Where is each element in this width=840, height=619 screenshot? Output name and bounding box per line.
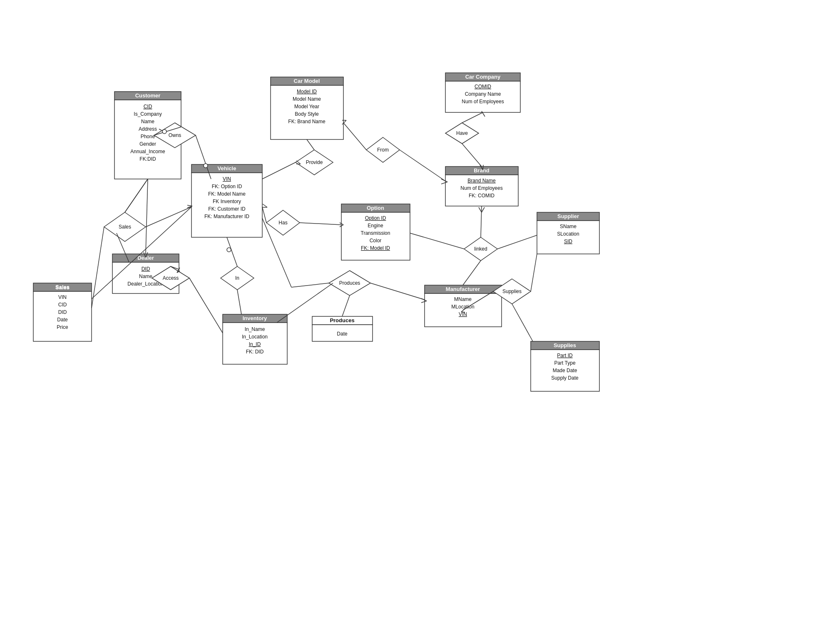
svg-text:Sales: Sales [55,284,70,290]
brand-attr1: Num of Employees [460,185,502,191]
produces-relationship: Produces [329,271,370,296]
manufacturer-attr2: MLocation [451,304,474,310]
manufacturer-attr1: MName [454,296,472,302]
customer-attr5: Gender [139,141,156,147]
has-relationship: Has [266,210,300,235]
sales-relationship: Sales [104,212,146,241]
supplies-attr-pk: Part ID [557,353,573,358]
customer-attr1: Is_Company [134,111,162,117]
vehicle-title: Vehicle [218,165,236,172]
supplier-pk: SID [564,239,572,244]
option-pk: Option ID [365,215,386,221]
customer-title: Customer [135,92,161,99]
in-relationship: In [221,266,254,290]
access-label: Access [163,275,179,281]
dealer-attr1: Name [139,273,152,279]
from-to-brand-line [400,150,445,181]
customer-attr3: Address [139,126,157,132]
option-entity: Option Option ID Engine Transmission Col… [341,204,410,260]
inventory-attr3: FK: DID [246,349,264,355]
inventory-title: Inventory [243,315,267,321]
customer-attr7: FK:DID [139,156,156,162]
car-company-title: Car Company [465,74,501,80]
vehicle-attr3: FK Inventory [213,199,241,204]
car-model-attr3: Body Style [295,111,319,117]
customer-to-dealer-line [146,179,148,254]
supplies-attr3: Supply Date [551,375,579,381]
owns-circle-mark [162,129,167,134]
in-vehicle-circle [227,248,231,252]
carcompany-to-have-line [462,112,483,123]
sales-to-vehicle-line [146,207,191,227]
supplies-entity: Supplies Part ID Part Type Made Date Sup… [531,341,599,391]
access-to-inventory-line [189,278,223,333]
sales-label: Sales [119,224,131,230]
option-attr4: FK: Model ID [361,245,390,251]
option-attr3: Color [370,238,382,244]
linked-label: linked [474,246,487,252]
manufacturer-title: Manufacturer [446,286,480,292]
car-model-attr1: Model Name [293,96,321,102]
supplier-attr2: SLocation [557,231,579,237]
vehicle-pk: VIN [223,176,231,182]
supplies-to-supplies-entity-line [512,304,533,341]
supplier-to-supplies-line [531,254,537,291]
car-company-entity: Car Company COMID Company Name Num of Em… [445,73,520,112]
produces-to-produces-entity-line [342,296,350,316]
produces-label: Produces [339,280,360,286]
supplies-label: Supplies [502,288,522,294]
dealer-title: Dealer [137,255,154,261]
supplier-title: Supplier [557,213,579,219]
customer-attr2: Name [141,119,154,124]
customer-attr4: Phone [141,134,155,139]
brand-pk: Brand Name [467,178,496,184]
vehicle-has-crowfoot [263,204,267,207]
vehicle-attr1: FK: Option ID [212,184,242,189]
sales-attr-cid: CID [58,302,67,308]
customer-pk: CID [144,104,152,109]
sales-attr-date: Date [57,317,68,323]
have-relationship: Have [445,123,479,144]
vehicle-attr5: FK: Manufacturer ID [204,214,249,219]
car-model-pk: Model ID [297,89,317,94]
vehicle-to-provide-line [262,162,296,179]
svg-rect-6 [191,173,262,237]
linked-relationship: linked [464,237,497,261]
customer-attr6: Annual_Income [130,149,165,154]
er-diagram: Sales Sales VIN CID DID Date Price Custo… [0,0,840,619]
supplier-attr1: SName [560,224,577,229]
supplier-entity: Supplier SName SLocation SID [537,212,599,254]
vehicle-attr2: FK: Model Name [208,191,246,197]
dealer-pk: DID [142,266,150,272]
sales-attr-did: DID [58,309,67,315]
sales-attr-price: Price [57,324,68,330]
option-title: Option [367,205,384,211]
carmodel-to-from-line [343,123,366,150]
sales-attr-vin: VIN [58,294,67,300]
has-label: Has [278,220,287,226]
option-attr1: Engine [368,223,383,229]
linked-to-manufacturer-line [463,261,481,285]
sales-to-sales-rel-line [92,227,104,308]
produces-to-manufacturer-line [370,283,425,300]
have-label: Have [456,130,468,136]
car-model-entity: Car Model Model ID Model Name Model Year… [271,77,343,139]
inventory-pk: In_ID [249,341,261,347]
owns-label: Owns [169,132,181,138]
car-company-attr2: Num of Employees [462,99,504,104]
sales-rel-to-customer-line [125,179,148,212]
in-label: In [235,275,239,281]
produces-entity-title: Produces [330,317,354,323]
supplies-attr1: Part Type [554,360,575,366]
car-model-attr2: Model Year [294,104,319,109]
have-to-brand-line [462,144,482,167]
sales-entity: Sales Sales VIN CID DID Date Price [33,283,92,341]
vehicle-entity: Vehicle VIN FK: Option ID FK: Model Name… [191,164,262,237]
brand-entity: Brand Brand Name Num of Employees FK: CO… [445,167,518,206]
from-label: From [377,147,389,153]
from-relationship: From [366,137,400,162]
option-to-linked-line [410,233,464,249]
produces-attr-date: Date [337,331,348,337]
car-model-title: Car Model [294,78,320,84]
inventory-attr2: In_Location [242,334,268,340]
